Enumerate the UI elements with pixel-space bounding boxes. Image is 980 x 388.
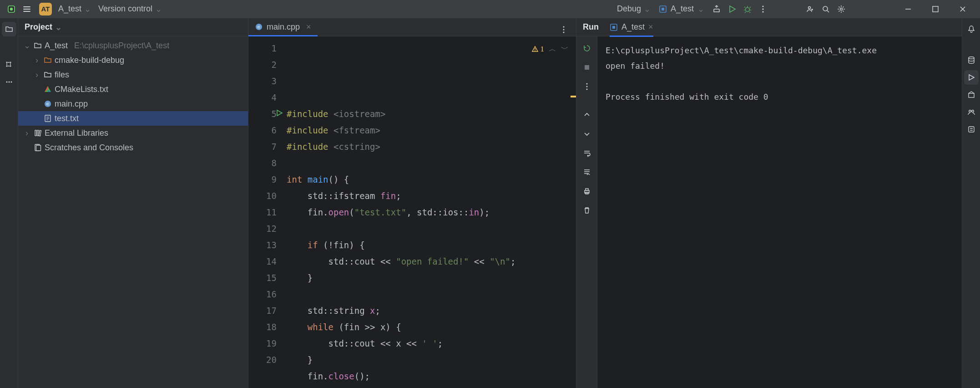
line-number: 1 <box>248 40 277 56</box>
close-tab-icon[interactable]: × <box>648 22 653 32</box>
code-line[interactable] <box>287 286 576 302</box>
line-number: 7 <box>248 138 277 155</box>
svg-point-32 <box>563 32 565 33</box>
run-config-tab[interactable]: A_test × <box>610 18 653 36</box>
code-line[interactable]: int main() { <box>287 171 576 188</box>
run-mode-selector[interactable]: Debug ⌄ <box>613 2 654 16</box>
inspection-count: 1 <box>541 41 545 57</box>
window-maximize-button[interactable] <box>922 1 949 17</box>
editor-tab-main-cpp[interactable]: C main.cpp × <box>248 18 318 36</box>
run-line-icon[interactable] <box>276 109 283 117</box>
code-line[interactable]: #include <iostream> <box>287 106 576 122</box>
run-button[interactable] <box>724 1 740 17</box>
editor-tabs-more-icon[interactable] <box>556 22 571 37</box>
run-tool-icon[interactable] <box>964 70 979 85</box>
run-panel: Run A_test × E:\cplusplusProject\A_test\… <box>576 18 962 388</box>
tree-node-root[interactable]: ⌄A_testE:\cplusplusProject\A_test <box>18 38 248 53</box>
tree-node-extlib[interactable]: ›External Libraries <box>18 126 248 140</box>
tree-twisty-icon[interactable]: › <box>33 56 41 65</box>
database-icon[interactable] <box>964 53 979 67</box>
collab-tool-icon[interactable] <box>964 105 979 119</box>
tree-node-cmake[interactable]: CMakeLists.txt <box>18 82 248 97</box>
tree-node-maincpp[interactable]: Cmain.cpp <box>18 97 248 111</box>
todo-tool-icon[interactable] <box>964 122 979 137</box>
tree-node-testtxt[interactable]: test.txt <box>18 111 248 126</box>
tree-twisty-icon[interactable]: › <box>23 128 31 138</box>
rerun-icon[interactable] <box>580 41 594 56</box>
main-menu-icon[interactable] <box>19 1 35 17</box>
vcs-widget[interactable]: Version control ⌄ <box>95 2 166 16</box>
print-icon[interactable] <box>580 184 594 199</box>
settings-icon[interactable] <box>834 1 849 17</box>
scroll-down-icon[interactable] <box>580 127 594 141</box>
prev-highlight-icon[interactable]: ︿ <box>549 41 556 57</box>
clear-icon[interactable] <box>580 203 594 218</box>
line-number: 20 <box>248 352 277 368</box>
code-line[interactable] <box>287 155 576 171</box>
project-chip: AT <box>39 3 52 15</box>
line-number: 3 <box>248 73 277 89</box>
project-tool-icon[interactable] <box>2 22 16 36</box>
code-line[interactable]: std::cout << x << ' '; <box>287 335 576 352</box>
svg-rect-23 <box>35 130 36 136</box>
notifications-icon[interactable] <box>964 22 979 36</box>
project-breadcrumb[interactable]: A_test ⌄ <box>55 2 95 16</box>
app-logo-icon[interactable] <box>4 1 19 17</box>
svg-rect-25 <box>39 130 41 136</box>
stop-icon[interactable] <box>580 60 594 75</box>
cmake-tool-icon[interactable] <box>964 87 979 102</box>
tree-node-label: test.txt <box>55 114 79 123</box>
run-output[interactable]: E:\cplusplusProject\A_test\cmake-build-d… <box>597 36 962 388</box>
code-line[interactable] <box>287 220 576 237</box>
search-everywhere-icon[interactable] <box>818 1 834 17</box>
code-with-me-icon[interactable] <box>803 1 818 17</box>
svg-rect-41 <box>586 189 588 190</box>
more-tools-icon[interactable] <box>2 75 16 89</box>
inspection-widget[interactable]: 1 ︿ ﹀ <box>531 41 569 57</box>
main-body: Project ⌄ ⌄A_testE:\cplusplusProject\A_t… <box>0 18 980 388</box>
error-stripe-mark[interactable] <box>571 96 576 97</box>
tree-node-cbd[interactable]: ›cmake-build-debug <box>18 53 248 67</box>
line-number: 4 <box>248 89 277 106</box>
project-panel-header[interactable]: Project ⌄ <box>18 18 248 36</box>
code-line[interactable]: std::cout << "open failed!" << "\n"; <box>287 253 576 270</box>
close-tab-icon[interactable]: × <box>306 22 311 32</box>
chevron-down-icon: ⌄ <box>155 4 162 14</box>
code-area[interactable]: 1234567891011121314151617181920 1 ︿ ﹀ #i… <box>248 36 576 388</box>
soft-wrap-icon[interactable] <box>580 146 594 160</box>
code-line[interactable]: #include <fstream> <box>287 122 576 138</box>
scroll-to-end-icon[interactable] <box>580 165 594 179</box>
code-line[interactable]: } <box>287 270 576 286</box>
tree-node-label: Scratches and Consoles <box>45 143 133 153</box>
tree-node-scratch[interactable]: Scratches and Consoles <box>18 140 248 155</box>
code-line[interactable]: fin.open("test.txt", std::ios::in); <box>287 204 576 220</box>
more-actions-icon[interactable] <box>755 1 771 17</box>
run-config-selector[interactable]: A_test ⌄ <box>654 2 709 16</box>
code-line[interactable]: while (fin >> x) { <box>287 319 576 335</box>
tree-twisty-icon[interactable]: › <box>33 70 41 80</box>
window-minimize-button[interactable] <box>894 1 922 17</box>
code-line[interactable]: std::ifstream fin; <box>287 188 576 204</box>
code-line[interactable]: return 0; <box>287 384 576 388</box>
window-close-button[interactable] <box>949 1 976 17</box>
next-highlight-icon[interactable]: ﹀ <box>561 41 569 57</box>
code-line[interactable]: std::string x; <box>287 302 576 319</box>
code-text[interactable]: 1 ︿ ﹀ #include <iostream>#include <fstre… <box>285 36 576 388</box>
build-button[interactable] <box>709 1 724 17</box>
line-number-gutter: 1234567891011121314151617181920 <box>248 36 285 388</box>
svg-rect-11 <box>933 6 938 12</box>
run-more-icon[interactable] <box>580 79 594 94</box>
code-line[interactable]: #include <cstring> <box>287 138 576 155</box>
debug-button[interactable] <box>740 1 755 17</box>
svg-point-9 <box>823 6 828 11</box>
tree-twisty-icon[interactable]: ⌄ <box>23 41 31 51</box>
code-line[interactable]: } <box>287 352 576 368</box>
code-line[interactable]: fin.close(); <box>287 368 576 384</box>
scroll-up-icon[interactable] <box>580 107 594 122</box>
code-line[interactable]: if (!fin) { <box>287 237 576 253</box>
structure-tool-icon[interactable] <box>2 57 16 72</box>
tree-node-files[interactable]: ›files <box>18 67 248 82</box>
project-tree[interactable]: ⌄A_testE:\cplusplusProject\A_test›cmake-… <box>18 36 248 388</box>
svg-point-7 <box>762 11 763 12</box>
svg-rect-3 <box>662 8 664 10</box>
